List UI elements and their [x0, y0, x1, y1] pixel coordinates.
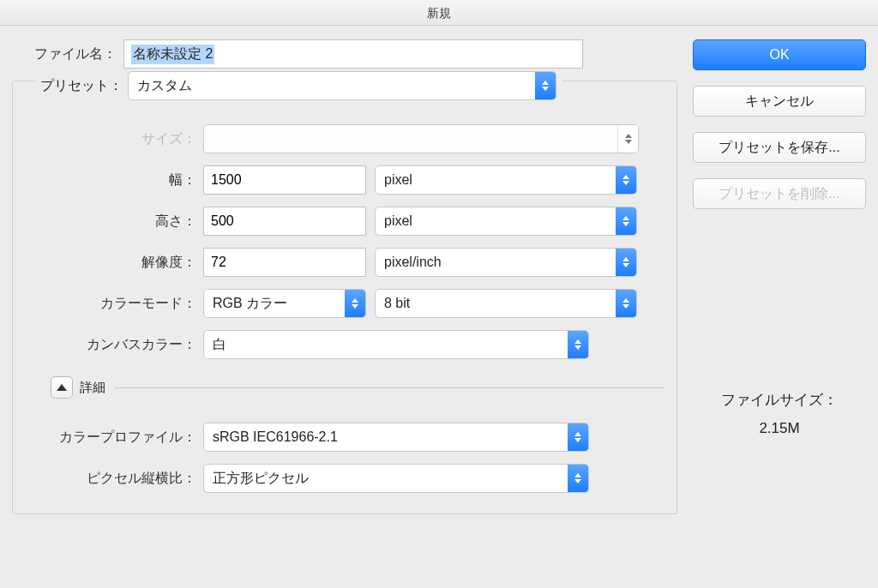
resolution-input[interactable] [203, 248, 366, 277]
delete-preset-button: プリセットを削除... [693, 178, 866, 209]
updown-icon [568, 331, 588, 358]
preset-select[interactable]: カスタム [128, 71, 556, 100]
filesize-value: 2.15M [693, 415, 866, 442]
save-preset-button[interactable]: プリセットを保存... [693, 132, 866, 163]
size-select [203, 124, 639, 153]
canvas-color-select[interactable]: 白 [203, 330, 589, 359]
resolution-label: 解像度： [16, 254, 203, 272]
resolution-unit-select[interactable]: pixel/inch [375, 248, 637, 277]
resolution-row: 解像度： pixel/inch [16, 248, 665, 277]
width-row: 幅： pixel [16, 165, 665, 195]
filename-value: 名称未設定 2 [131, 45, 214, 64]
size-label: サイズ： [16, 130, 203, 148]
height-input[interactable] [203, 207, 366, 236]
updown-icon [617, 125, 638, 153]
window-title: 新規 [0, 0, 878, 26]
width-input[interactable] [203, 165, 366, 195]
height-unit-value: pixel [384, 213, 412, 229]
canvas-color-row: カンバスカラー： 白 [16, 330, 665, 359]
bitdepth-select[interactable]: 8 bit [375, 289, 637, 318]
height-row: 高さ： pixel [16, 207, 665, 236]
divider-line [114, 387, 665, 388]
preset-legend: プリセット： カスタム [35, 71, 562, 100]
form-area: ファイル名： 名称未設定 2 プリセット： カスタム [12, 39, 677, 579]
filename-label: ファイル名： [12, 45, 123, 63]
button-column: OK キャンセル プリセットを保存... プリセットを削除... ファイルサイズ… [677, 39, 866, 579]
color-profile-row: カラープロファイル： sRGB IEC61966-2.1 [16, 423, 665, 452]
updown-icon [616, 166, 636, 194]
pixel-aspect-row: ピクセル縦横比： 正方形ピクセル [16, 464, 665, 493]
preset-value: カスタム [137, 77, 192, 95]
height-unit-select[interactable]: pixel [375, 207, 637, 236]
bitdepth-value: 8 bit [384, 296, 410, 311]
resolution-unit-value: pixel/inch [384, 255, 442, 270]
canvas-color-value: 白 [213, 336, 226, 354]
updown-icon [535, 72, 556, 99]
filename-input[interactable]: 名称未設定 2 [123, 39, 583, 69]
colormode-label: カラーモード： [16, 295, 203, 313]
details-label: 詳細 [80, 380, 105, 396]
pixel-aspect-select[interactable]: 正方形ピクセル [203, 464, 589, 493]
preset-legend-text: プリセット： [40, 77, 123, 95]
updown-icon [616, 290, 636, 317]
updown-icon [568, 465, 588, 492]
pixel-aspect-value: 正方形ピクセル [213, 470, 309, 488]
updown-icon [616, 249, 636, 276]
filesize-label: ファイルサイズ： [693, 387, 866, 414]
colormode-select[interactable]: RGB カラー [203, 289, 366, 318]
preset-fieldset: プリセット： カスタム サイズ： [12, 81, 677, 514]
filesize-display: ファイルサイズ： 2.15M [693, 387, 866, 442]
size-row: サイズ： [16, 124, 665, 153]
new-document-dialog: ファイル名： 名称未設定 2 プリセット： カスタム [0, 26, 878, 588]
width-label: 幅： [16, 171, 203, 189]
ok-button[interactable]: OK [693, 39, 866, 70]
updown-icon [568, 423, 588, 451]
colormode-value: RGB カラー [213, 295, 287, 313]
filename-row: ファイル名： 名称未設定 2 [12, 39, 677, 69]
color-profile-value: sRGB IEC61966-2.1 [213, 429, 338, 445]
disclosure-button[interactable] [51, 376, 73, 399]
color-profile-label: カラープロファイル： [16, 429, 203, 447]
canvas-color-label: カンバスカラー： [16, 336, 203, 354]
details-divider: 詳細 [51, 376, 665, 399]
colormode-row: カラーモード： RGB カラー 8 bit [16, 289, 665, 318]
color-profile-select[interactable]: sRGB IEC61966-2.1 [203, 423, 589, 452]
height-label: 高さ： [16, 213, 203, 231]
updown-icon [616, 207, 636, 235]
pixel-aspect-label: ピクセル縦横比： [16, 470, 203, 488]
width-unit-value: pixel [384, 172, 412, 188]
cancel-button[interactable]: キャンセル [693, 86, 866, 117]
updown-icon [345, 290, 365, 317]
triangle-up-icon [57, 384, 67, 391]
width-unit-select[interactable]: pixel [375, 165, 637, 195]
